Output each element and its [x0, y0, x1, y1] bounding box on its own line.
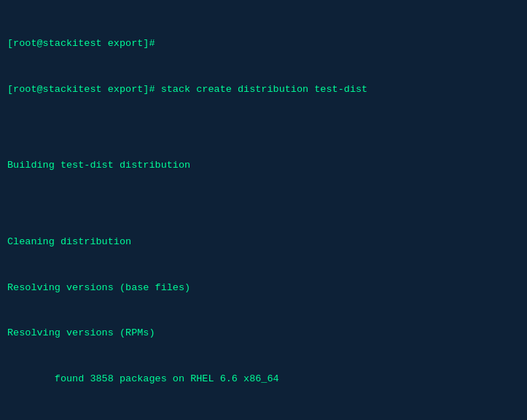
terminal-line-7: Resolving versions (base files)	[7, 281, 520, 296]
terminal-line-4: Building test-dist distribution	[7, 158, 520, 174]
terminal-line-2: [root@stackitest export]# stack create d…	[7, 82, 520, 98]
terminal-line-8: Resolving versions (RPMs)	[7, 326, 520, 341]
terminal-window: [root@stackitest export]# [root@stackite…	[7, 6, 520, 414]
terminal-line-6: Cleaning distribution	[7, 235, 520, 250]
terminal-line-9: found 3858 packages on RHEL 6.6 x86_64	[7, 372, 520, 387]
terminal-line-1: [root@stackitest export]#	[7, 36, 520, 52]
